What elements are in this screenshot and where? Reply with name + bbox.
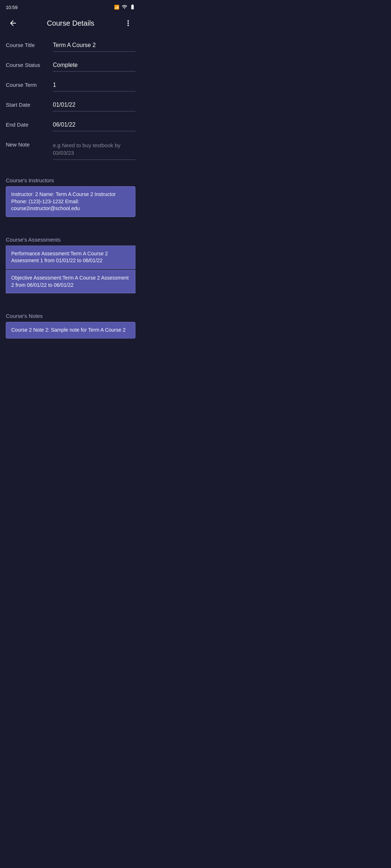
signal-icon (122, 4, 127, 11)
course-term-value-container: 1 (53, 80, 135, 92)
course-term-label: Course Term (6, 80, 53, 88)
end-date-value[interactable]: 06/01/22 (53, 120, 135, 131)
course-details-content: Course Title Term A Course 2 Course Stat… (0, 33, 141, 348)
battery-icon (130, 4, 135, 11)
instructor-item-0[interactable]: Instructor: 2 Name: Term A Course 2 Inst… (6, 186, 135, 217)
end-date-value-container: 06/01/22 (53, 120, 135, 131)
assessments-section-title: Course's Assessments (6, 237, 135, 243)
new-note-placeholder[interactable]: e.g Need to buy textbook by 03/03/23 (53, 140, 135, 160)
new-note-label: New Note (6, 140, 53, 148)
course-term-row: Course Term 1 (6, 76, 135, 96)
start-date-value[interactable]: 01/01/22 (53, 100, 135, 111)
course-term-value[interactable]: 1 (53, 80, 135, 92)
assessment-item-1[interactable]: Objective Assessment:Term A Course 2 Ass… (6, 270, 135, 293)
course-title-label: Course Title (6, 41, 53, 48)
instructors-section-title: Course's Instructors (6, 177, 135, 183)
course-title-value-container: Term A Course 2 (53, 41, 135, 52)
status-icons: 📶 (114, 4, 135, 11)
assessment-item-0[interactable]: Performance Assessment:Term A Course 2 A… (6, 246, 135, 269)
start-date-label: Start Date (6, 100, 53, 108)
end-date-row: End Date 06/01/22 (6, 116, 135, 136)
more-options-button[interactable] (121, 16, 135, 30)
course-status-label: Course Status (6, 60, 53, 68)
course-title-row: Course Title Term A Course 2 (6, 36, 135, 56)
wifi-icon: 📶 (114, 5, 119, 10)
start-date-row: Start Date 01/01/22 (6, 96, 135, 116)
status-time: 10:59 (6, 5, 18, 10)
status-bar: 10:59 📶 (0, 0, 141, 13)
course-status-value[interactable]: Complete (53, 60, 135, 72)
course-status-value-container: Complete (53, 60, 135, 72)
toolbar: Course Details (0, 13, 141, 33)
new-note-row: New Note e.g Need to buy textbook by 03/… (6, 136, 135, 164)
new-note-value-container: e.g Need to buy textbook by 03/03/23 (53, 140, 135, 160)
toolbar-title: Course Details (20, 19, 121, 27)
end-date-label: End Date (6, 120, 53, 128)
back-button[interactable] (6, 16, 20, 30)
note-item-0[interactable]: Course 2 Note 2: Sample note for Term A … (6, 322, 135, 339)
course-status-row: Course Status Complete (6, 56, 135, 76)
start-date-value-container: 01/01/22 (53, 100, 135, 111)
course-title-value[interactable]: Term A Course 2 (53, 41, 135, 52)
notes-section-title: Course's Notes (6, 313, 135, 319)
